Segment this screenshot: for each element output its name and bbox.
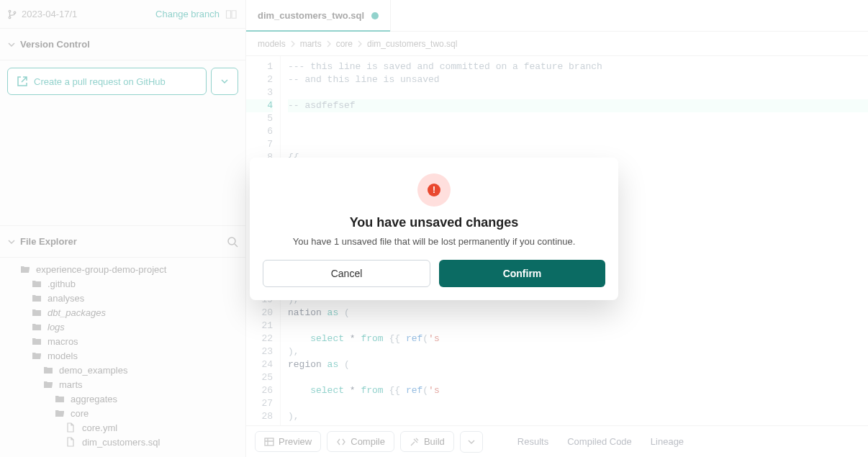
warning-icon: ! xyxy=(417,173,451,207)
modal-body: You have 1 unsaved file that will be los… xyxy=(263,236,605,247)
modal-title: You have unsaved changes xyxy=(263,215,605,230)
unsaved-changes-modal: ! You have unsaved changes You have 1 un… xyxy=(250,158,618,300)
confirm-button[interactable]: Confirm xyxy=(439,260,605,287)
modal-overlay: ! You have unsaved changes You have 1 un… xyxy=(0,0,868,457)
cancel-button[interactable]: Cancel xyxy=(263,260,430,287)
